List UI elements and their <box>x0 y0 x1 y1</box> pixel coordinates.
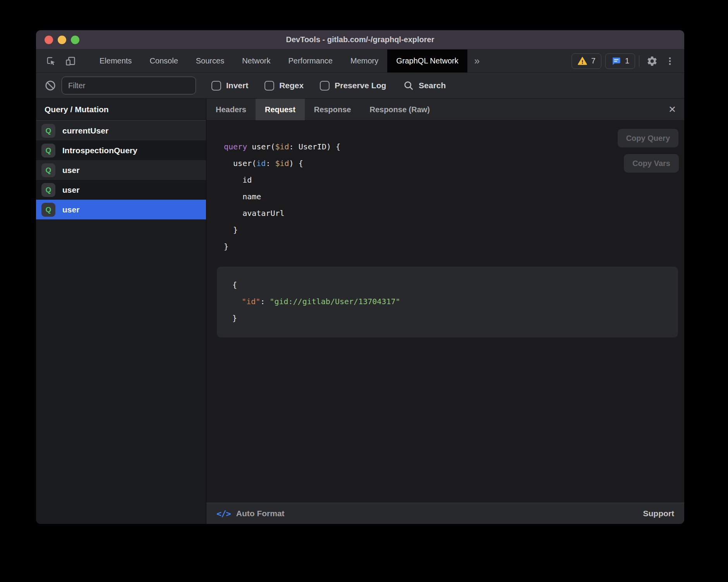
checkbox-box[interactable] <box>264 81 274 91</box>
inspect-element-icon[interactable] <box>43 53 59 69</box>
code-line: avatarUrl <box>224 205 678 222</box>
warnings-count: 7 <box>591 56 596 65</box>
code-token <box>232 297 242 306</box>
query-type-badge: Q <box>41 183 55 197</box>
checkbox-box[interactable] <box>320 81 330 91</box>
close-panel-icon[interactable]: ✕ <box>663 99 681 120</box>
message-bubble-icon <box>611 56 621 66</box>
code-token: : UserID) { <box>289 142 340 151</box>
detail-tab-headers[interactable]: Headers <box>206 99 256 120</box>
code-line: } <box>224 222 678 238</box>
window-close-button[interactable] <box>45 36 53 44</box>
filter-checkboxes: InvertRegexPreserve Log <box>211 81 386 91</box>
devtools-tab-memory[interactable]: Memory <box>342 50 387 72</box>
window-minimize-button[interactable] <box>58 36 66 44</box>
request-view: query user($id: UserID) { user(id: $id) … <box>206 121 684 503</box>
devtools-tab-elements[interactable]: Elements <box>91 50 141 72</box>
detail-tab-response[interactable]: Response <box>305 99 361 120</box>
graphql-variables-code: { "id": "gid://gitlab/User/13704317"} <box>232 277 663 327</box>
code-token: user( <box>224 159 256 168</box>
code-token: $id <box>275 159 289 168</box>
main-content: Query / Mutation QcurrentUserQIntrospect… <box>36 99 684 524</box>
code-token: user( <box>247 142 275 151</box>
filter-bar: InvertRegexPreserve Log Search <box>36 73 684 99</box>
checkbox-label: Regex <box>279 81 304 90</box>
code-token: ) { <box>289 159 303 168</box>
query-name-label: user <box>62 185 79 195</box>
code-line: } <box>224 238 678 255</box>
warning-triangle-icon <box>577 56 587 66</box>
query-name-label: user <box>62 205 79 214</box>
query-type-badge: Q <box>41 203 55 217</box>
query-type-badge: Q <box>41 163 55 177</box>
window-zoom-button[interactable] <box>71 36 79 44</box>
device-toolbar-icon[interactable] <box>62 53 79 69</box>
settings-gear-icon[interactable] <box>643 52 661 70</box>
search-label: Search <box>419 81 446 90</box>
devtools-tab-sources[interactable]: Sources <box>187 50 233 72</box>
copy-query-button[interactable]: Copy Query <box>618 129 678 147</box>
code-token: name <box>224 192 261 201</box>
devtools-toolbar: ElementsConsoleSourcesNetworkPerformance… <box>36 50 684 73</box>
query-list-item-user-4[interactable]: Quser <box>36 200 206 219</box>
copy-vars-button[interactable]: Copy Vars <box>624 154 679 173</box>
code-token: avatarUrl <box>224 209 285 218</box>
devtools-tab-console[interactable]: Console <box>141 50 187 72</box>
query-name-label: currentUser <box>62 126 108 135</box>
code-token: "gid://gitlab/User/13704317" <box>270 297 400 306</box>
checkbox-regex[interactable]: Regex <box>264 81 304 91</box>
code-token: : <box>266 159 275 168</box>
code-token: { <box>232 280 237 289</box>
checkbox-label: Invert <box>226 81 248 90</box>
query-list-item-user-3[interactable]: Quser <box>36 180 206 200</box>
code-token: } <box>224 242 228 251</box>
checkbox-preserve-log[interactable]: Preserve Log <box>320 81 386 91</box>
devtools-tab-graphql-network[interactable]: GraphQL Network <box>387 50 467 72</box>
more-tabs-icon[interactable]: » <box>467 50 487 72</box>
query-list-item-user-2[interactable]: Quser <box>36 160 206 180</box>
panel-footer: </> Auto Format Support <box>206 503 684 524</box>
code-token: : <box>260 297 270 306</box>
code-token: id <box>224 175 252 185</box>
code-line: query user($id: UserID) { <box>224 139 678 155</box>
detail-tab-response-raw[interactable]: Response (Raw) <box>360 99 439 120</box>
desktop-background: DevTools - gitlab.com/-/graphql-explorer <box>0 0 728 582</box>
query-name-label: IntrospectionQuery <box>62 146 137 155</box>
kebab-menu-icon[interactable] <box>661 52 679 70</box>
window-titlebar: DevTools - gitlab.com/-/graphql-explorer <box>36 30 684 50</box>
clear-filter-icon[interactable] <box>45 80 56 91</box>
code-token: } <box>224 225 238 235</box>
query-list-item-currentuser-0[interactable]: QcurrentUser <box>36 121 206 140</box>
devtools-window: DevTools - gitlab.com/-/graphql-explorer <box>36 30 684 524</box>
detail-panel: HeadersRequestResponseResponse (Raw) ✕ q… <box>206 99 684 524</box>
support-link[interactable]: Support <box>643 509 674 518</box>
code-token: } <box>232 313 237 323</box>
warnings-badge[interactable]: 7 <box>572 53 601 69</box>
issues-badge[interactable]: 1 <box>605 53 635 69</box>
code-line: { <box>232 277 663 293</box>
query-list: QcurrentUserQIntrospectionQueryQuserQuse… <box>36 121 206 219</box>
checkbox-box[interactable] <box>211 81 221 91</box>
window-title: DevTools - gitlab.com/-/graphql-explorer <box>36 35 684 44</box>
checkbox-label: Preserve Log <box>335 81 386 90</box>
devtools-tab-network[interactable]: Network <box>233 50 279 72</box>
query-list-item-introspectionquery-1[interactable]: QIntrospectionQuery <box>36 140 206 160</box>
code-line: } <box>232 310 663 327</box>
detail-tab-request[interactable]: Request <box>256 99 305 120</box>
query-type-badge: Q <box>41 144 55 157</box>
filter-input[interactable] <box>62 77 196 94</box>
code-line: name <box>224 188 678 205</box>
auto-format-button[interactable]: Auto Format <box>236 509 285 518</box>
code-token: id <box>256 159 266 168</box>
checkbox-invert[interactable]: Invert <box>211 81 248 91</box>
search-control[interactable]: Search <box>403 80 446 91</box>
toolbar-left-icons <box>36 50 91 72</box>
code-line: id <box>224 172 678 188</box>
code-line: "id": "gid://gitlab/User/13704317" <box>232 293 663 310</box>
variables-box: { "id": "gid://gitlab/User/13704317"} <box>217 267 678 337</box>
detail-tab-strip: HeadersRequestResponseResponse (Raw) ✕ <box>206 99 684 121</box>
toolbar-right-divider <box>639 55 639 67</box>
issues-count: 1 <box>625 56 629 65</box>
devtools-tab-performance[interactable]: Performance <box>280 50 342 72</box>
code-line: user(id: $id) { <box>224 155 678 172</box>
